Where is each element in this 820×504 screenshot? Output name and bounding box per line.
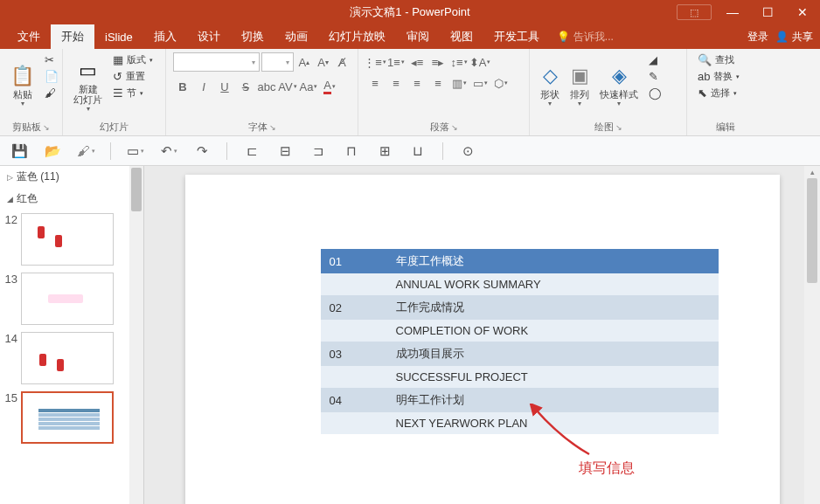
grow-font-button[interactable]: A▴	[295, 52, 313, 72]
drawing-dialog-launcher[interactable]: ↘	[615, 123, 622, 132]
layout-button[interactable]: ▦版式▾	[109, 52, 156, 67]
menu-islide[interactable]: iSlide	[94, 24, 143, 49]
align-top-qat[interactable]: ⊓	[343, 142, 360, 160]
menu-insert[interactable]: 插入	[143, 24, 187, 49]
columns-button[interactable]: ▥	[449, 73, 469, 93]
underline-button[interactable]: U	[215, 77, 234, 96]
line-spacing-button[interactable]: ↕≡	[449, 52, 469, 72]
new-slide-button[interactable]: ▭ 新建 幻灯片 ▾	[70, 52, 106, 119]
font-name-combo[interactable]: ▾	[173, 52, 260, 72]
table-row[interactable]: COMPLETION OF WORK	[321, 320, 719, 342]
tell-me-search[interactable]: 💡 告诉我...	[557, 30, 614, 45]
align-right-button[interactable]: ≡	[407, 73, 427, 93]
bold-button[interactable]: B	[173, 77, 192, 96]
content-table[interactable]: 01年度工作概述ANNUAL WORK SUMMARY02工作完成情况COMPL…	[321, 249, 719, 434]
shrink-font-button[interactable]: A▾	[315, 52, 332, 72]
decrease-indent-button[interactable]: ◂≡	[407, 52, 427, 72]
font-color-button[interactable]: A	[320, 77, 339, 96]
close-button[interactable]: ✕	[785, 0, 820, 24]
slide-thumbnail-14[interactable]	[21, 332, 114, 384]
change-case-button[interactable]: Aa	[299, 77, 318, 96]
slide-thumbnail-15[interactable]	[21, 391, 114, 444]
format-painter-qat[interactable]: 🖌	[77, 142, 94, 160]
table-row[interactable]: NEXT YEARWORK PLAN	[321, 412, 719, 434]
reset-button[interactable]: ↺重置	[109, 69, 156, 84]
save-button[interactable]: 💾	[10, 142, 28, 160]
open-button[interactable]: 📂	[44, 142, 61, 160]
format-painter-button[interactable]: 🖌	[41, 86, 62, 100]
menu-transitions[interactable]: 切换	[231, 24, 274, 49]
font-size-combo[interactable]: ▾	[261, 52, 294, 72]
quick-styles-button[interactable]: ◈ 快速样式 ▾	[596, 52, 642, 119]
textbox-qat[interactable]: ▭	[127, 142, 144, 160]
canvas-scrollbar[interactable]: ▴	[804, 166, 820, 504]
increase-indent-button[interactable]: ≡▸	[428, 52, 448, 72]
align-text-button[interactable]: ▭	[470, 73, 490, 93]
eyedropper-qat[interactable]: ⊙	[459, 142, 476, 160]
share-button[interactable]: 👤 共享	[775, 30, 813, 45]
smartart-button[interactable]: ⬡	[491, 73, 511, 93]
char-spacing-button[interactable]: AV	[278, 77, 297, 96]
clipboard-dialog-launcher[interactable]: ↘	[43, 123, 50, 132]
clear-formatting-button[interactable]: A̸	[333, 52, 351, 72]
align-center-button[interactable]: ≡	[386, 73, 406, 93]
numbering-button[interactable]: 1≡	[386, 52, 406, 72]
menu-file[interactable]: 文件	[7, 24, 51, 49]
align-center-h-qat[interactable]: ⊟	[276, 142, 294, 160]
select-button[interactable]: ⬉选择▾	[694, 86, 743, 100]
table-row[interactable]: 04明年工作计划	[321, 388, 719, 412]
thumb-number: 14	[2, 332, 17, 345]
bullets-button[interactable]: ⋮≡	[365, 52, 385, 72]
copy-button[interactable]: 📄	[41, 69, 62, 84]
align-right-qat[interactable]: ⊐	[309, 142, 327, 160]
slide-canvas[interactable]: 01年度工作概述ANNUAL WORK SUMMARY02工作完成情况COMPL…	[185, 175, 780, 504]
menu-home[interactable]: 开始	[51, 24, 94, 49]
ribbon-display-options[interactable]: ⬚	[677, 4, 712, 20]
table-row[interactable]: 01年度工作概述	[321, 249, 719, 273]
shape-fill-button[interactable]: ◢	[645, 52, 665, 67]
scroll-up-icon[interactable]: ▴	[804, 166, 820, 178]
slide-thumbnail-13[interactable]	[21, 273, 114, 325]
shape-outline-button[interactable]: ✎	[645, 69, 665, 84]
menu-slideshow[interactable]: 幻灯片放映	[318, 24, 396, 49]
italic-button[interactable]: I	[194, 77, 213, 96]
justify-button[interactable]: ≡	[428, 73, 448, 93]
minimize-button[interactable]: —	[715, 0, 750, 24]
menu-view[interactable]: 视图	[440, 24, 483, 49]
maximize-button[interactable]: ☐	[750, 0, 785, 24]
paragraph-dialog-launcher[interactable]: ↘	[451, 123, 458, 132]
font-dialog-launcher[interactable]: ↘	[269, 123, 276, 132]
replace-button[interactable]: ab替换▾	[694, 69, 743, 84]
table-row[interactable]: SUCCESSFUL PROJECT	[321, 366, 719, 388]
cut-button[interactable]: ✂	[41, 52, 62, 67]
scrollbar-thumb[interactable]	[807, 178, 817, 283]
shape-effects-button[interactable]: ◯	[645, 86, 665, 100]
menu-developer[interactable]: 开发工具	[483, 24, 550, 49]
shadow-button[interactable]: abc	[257, 77, 276, 96]
undo-button[interactable]: ↶	[160, 142, 177, 160]
table-row[interactable]: 02工作完成情况	[321, 295, 719, 320]
table-row[interactable]: 03成功项目展示	[321, 342, 719, 366]
slide-thumbnail-12[interactable]	[21, 213, 114, 266]
panel-scrollbar[interactable]	[129, 166, 143, 504]
strikethrough-button[interactable]: S̶	[236, 77, 255, 96]
section-button[interactable]: ☰节▾	[109, 86, 156, 100]
tree-item-blue[interactable]: ▷ 蓝色 (11)	[0, 166, 143, 188]
align-bottom-qat[interactable]: ⊔	[409, 142, 427, 160]
shapes-button[interactable]: ◇ 形状 ▾	[537, 52, 563, 119]
menu-animations[interactable]: 动画	[274, 24, 318, 49]
scrollbar-thumb[interactable]	[131, 168, 142, 211]
align-left-qat[interactable]: ⊏	[243, 142, 261, 160]
arrange-button[interactable]: ▣ 排列 ▾	[566, 52, 593, 119]
table-row[interactable]: ANNUAL WORK SUMMARY	[321, 273, 719, 295]
align-left-button[interactable]: ≡	[365, 73, 385, 93]
find-button[interactable]: 🔍查找	[694, 52, 743, 67]
menu-review[interactable]: 审阅	[396, 24, 440, 49]
login-link[interactable]: 登录	[747, 30, 768, 45]
align-middle-qat[interactable]: ⊞	[376, 142, 393, 160]
menu-design[interactable]: 设计	[187, 24, 231, 49]
text-direction-button[interactable]: ⬍A	[470, 52, 490, 72]
redo-button[interactable]: ↷	[193, 142, 211, 160]
paste-button[interactable]: 📋 粘贴 ▾	[7, 52, 38, 119]
tree-item-red[interactable]: ◢ 红色	[0, 188, 143, 210]
